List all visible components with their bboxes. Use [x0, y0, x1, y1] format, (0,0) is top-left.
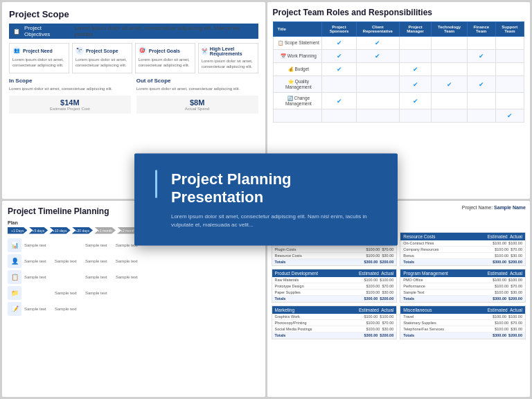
row-label: On-Contract Hires: [403, 241, 434, 245]
cell: [399, 37, 431, 50]
cell: [495, 63, 524, 76]
sample-text: Sample text: [24, 259, 52, 263]
cell: ✔: [322, 50, 356, 63]
scope-card-goals: 🎯 Project Goals Lorem ipsum dolor sit am…: [135, 43, 195, 73]
timeline-content-5: Sample text Sample text: [24, 307, 260, 311]
card-req-text: Lorem ipsum dolor sit amet, consectetuar…: [202, 58, 255, 70]
budget-row: Bonus $100.00 $30.00: [400, 253, 525, 259]
budget-grid: Website Development Estimated Actual Ser…: [272, 232, 526, 339]
totals-values: $300.00 $200.00: [493, 296, 522, 301]
program-mgmt-title: Program Management: [403, 271, 448, 276]
objectives-bar: 📋 Project Objectives Lorem ipsum dolor s…: [9, 24, 258, 39]
row-label: Company Resources: [403, 247, 438, 251]
sample-text: Sample text: [85, 275, 113, 279]
timeline-rows: 📊 Sample text Sample text Sample text 👤 …: [8, 238, 260, 316]
cell: [495, 50, 524, 63]
totals-values: $300.00 $200.00: [493, 333, 522, 337]
row-values: $100.00 $30.00: [366, 327, 393, 331]
estimate-cost-label: Estimate Project Cost: [13, 107, 127, 111]
budget-row: Telephone/Fax Services $100.00 $30.00: [400, 326, 525, 332]
sample-text: Sample text: [85, 243, 113, 247]
budget-row: Plugin Costs $100.00 $70.00: [272, 247, 397, 253]
misc-header: Miscellaneous Estimated Actual: [400, 306, 525, 314]
budget-totals-row: Totals $300.00 $200.00: [272, 259, 397, 265]
row-budget-title: 💰 Budget: [273, 63, 322, 76]
budget-row: Sample Text $100.00 $30.00: [400, 290, 525, 296]
timeline-row-2: 👤 Sample text Sample text Sample text Sa…: [8, 254, 260, 268]
card-need-text: Lorem ipsum dolor sit amet, consectetuar…: [12, 57, 66, 69]
table-row: ⭐ Quality Management ✔ ✔ ✔: [273, 76, 524, 93]
project-name-value: Sample Name: [494, 205, 526, 210]
budget-row: PMO Office $100.00 $100.00: [400, 277, 525, 283]
cell: [432, 37, 467, 50]
card-need-title: Project Need: [23, 48, 53, 53]
row-label: Sample Text: [403, 290, 424, 294]
col-finance: Finance Team: [467, 22, 495, 37]
cell: [495, 37, 524, 50]
table-row: 💰 Budget ✔ ✔: [273, 63, 524, 76]
arrow-step-1: +1 Days: [8, 227, 27, 234]
table-row: 📅 Work Planning ✔ ✔ ✔: [273, 50, 524, 63]
scope-costs: $14M Estimate Project Cost $8M Actual Sp…: [9, 96, 258, 114]
scope-cards-row: 👥 Project Need Lorem ipsum dolor sit ame…: [9, 43, 258, 73]
cell: [432, 93, 467, 109]
actual-spend-box: $8M Actual Spend: [136, 96, 258, 114]
section-resource: Resource Costs Estimated Actual On-Contr…: [400, 232, 526, 266]
timeline-icon-1: 📊: [8, 238, 21, 252]
blue-bar-decoration: [155, 170, 157, 198]
cell: [432, 63, 467, 76]
row-values: $100.00 $30.00: [495, 254, 522, 258]
row-label: PMO Office: [403, 278, 423, 282]
sample-text: Sample text: [85, 291, 113, 295]
budget-row: Stationary Supplies $100.00 $70.00: [400, 320, 525, 326]
col-support: Support Team: [495, 22, 524, 37]
in-scope-label: In Scope: [9, 78, 131, 84]
resource-title: Resource Costs: [403, 234, 435, 239]
row-label: Resource Costs: [275, 254, 302, 258]
row-label: Telephone/Fax Services: [403, 327, 444, 331]
totals-label: Totals: [275, 260, 286, 264]
row-scope-title: 📋 Scope Statement: [273, 37, 322, 50]
totals-label: Totals: [275, 333, 286, 337]
roles-table: Title Project Sponsors Client Representa…: [273, 21, 525, 123]
budget-row: Performance $100.00 $70.00: [400, 283, 525, 290]
timeline-icon-4: 📁: [8, 286, 21, 300]
table-row: ✔: [273, 109, 524, 123]
overlay-title: Project Planning Presentation: [171, 170, 377, 207]
cell: [495, 93, 524, 109]
cell: [356, 76, 399, 93]
misc-cols: Estimated Actual: [488, 308, 522, 312]
objectives-label: Project Objectives: [24, 25, 67, 37]
product-dev-cols: Estimated Actual: [359, 271, 393, 276]
cell: [467, 37, 495, 50]
timeline-icon-3: 📋: [8, 270, 21, 284]
table-row: 📋 Scope Statement ✔ ✔: [273, 37, 524, 50]
budget-row: Resource Costs $100.00 $30.00: [272, 253, 397, 259]
misc-title: Miscellaneous: [403, 308, 432, 312]
product-dev-header: Product Development Estimated Actual: [272, 269, 397, 277]
row-values: $100.00 $70.00: [495, 284, 522, 288]
timeline-content-4: Sample text Sample text: [24, 291, 260, 295]
row-values: $100.00 $100.00: [493, 314, 522, 319]
card-scope-title: Project Scope: [86, 48, 118, 53]
objectives-text: Lorem ipsum dolor sit amet, consectetuar…: [74, 25, 254, 37]
overlay-subtitle: Lorem ipsum dolor sit amet, consectetur …: [171, 212, 377, 229]
budget-totals-row: Totals $300.00 $200.00: [272, 332, 397, 339]
budget-totals-row: Totals $300.00 $200.00: [272, 296, 397, 302]
budget-row: Paper Supplies $100.00 $30.00: [272, 290, 397, 296]
col-sponsors: Project Sponsors: [322, 22, 356, 37]
product-dev-title: Product Development: [275, 271, 319, 276]
in-scope-text: Lorem ipsum dolor sit amet, consectetuar…: [9, 86, 131, 91]
row-values: $100.00 $30.00: [495, 327, 522, 331]
cell: [432, 109, 467, 123]
row-label: Plugin Costs: [275, 247, 296, 251]
cell: ✔: [467, 50, 495, 63]
col-title: Title: [273, 22, 322, 37]
budget-row: Social Media Postings $100.00 $30.00: [272, 326, 397, 332]
section-product-dev: Product Development Estimated Actual Raw…: [272, 269, 398, 303]
actual-spend-label: Actual Spend: [141, 107, 254, 111]
budget-row: Company Resources $100.00 $70.00: [400, 247, 525, 253]
arrow-step-5: +1 month: [94, 227, 116, 234]
row-values: $100.00 $70.00: [366, 321, 393, 325]
cell: [399, 109, 431, 123]
